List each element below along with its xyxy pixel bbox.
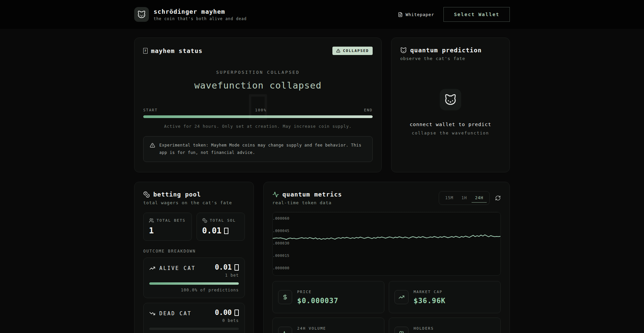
warning-triangle-icon [150,143,155,156]
activity-pulse-icon [272,191,279,198]
top-bar: schrödinger mayhem the coin that's both … [0,0,644,29]
warning-triangle-icon [336,49,340,53]
coins-icon [143,191,150,198]
connect-wallet-cta: connect wallet to predict [410,122,491,127]
price-value: $0.000037 [297,297,338,305]
quantum-metrics-subtitle: real-time token data [272,200,342,205]
refresh-button[interactable] [495,195,501,201]
total-sol-stat: TOTAL SOL 0.01 [197,213,245,241]
dead-cat-outcome: DEAD CAT 0.00 0 bets 0.0% of predictions [143,303,245,333]
alive-cat-progress-bar [149,282,239,285]
progress-caption: Active for 24 hours. Only set at creatio… [143,124,373,129]
coins-icon [202,218,207,223]
sol-symbol-missing-glyph-icon [234,264,239,271]
betting-pool-card: betting pool total wagers on the cat's f… [134,182,254,333]
mayhem-status-card: ? mayhem status COLLAPSED SUPERPOSITION … [134,38,382,172]
market-cap-value: $36.96K [414,297,446,305]
users-icon [149,218,154,223]
sol-symbol-missing-glyph-icon [224,228,228,234]
alive-cat-label: ALIVE CAT [159,265,196,271]
collapsed-status-badge: COLLAPSED [332,47,373,55]
app-tagline: the coin that's both alive and dead [154,16,247,21]
trending-down-icon [149,311,155,317]
quantum-prediction-card: quantum prediction observe the cat's fat… [391,38,510,172]
activity-pulse-icon [278,327,292,333]
holders-tile: HOLDERS 100 [389,318,501,333]
betting-pool-title-text: betting pool [153,191,201,198]
price-chart: 0.000060 0.000045 0.000030 0.000015 0.00… [272,212,501,276]
cat-avatar-icon [440,89,461,110]
range-24h-button[interactable]: 24H [472,193,487,203]
sol-symbol-missing-glyph-icon [234,310,239,316]
volume-tile: 24H VOLUME $41.20 [272,318,384,333]
betting-pool-subtitle: total wagers on the cat's fate [143,200,245,205]
dead-cat-label: DEAD CAT [159,311,192,317]
price-line-series [273,212,500,275]
quantum-prediction-title: quantum prediction [400,47,501,54]
quantum-prediction-title-text: quantum prediction [410,47,482,54]
trending-up-icon [149,265,155,271]
range-15m-button[interactable]: 15M [442,193,457,203]
users-icon [394,327,409,333]
warning-text: Experimental token: Mayhem Mode coins ma… [159,142,366,156]
whitepaper-link[interactable]: Whitepaper [398,12,434,17]
quantum-metrics-card: quantum metrics real-time token data 15M… [263,182,510,333]
mayhem-status-title: ? mayhem status [143,47,203,54]
time-range-selector: 15M 1H 24H [439,191,490,205]
superposition-label: SUPERPOSITION COLLAPSED [143,70,373,75]
connect-wallet-cta-sub: collapse the wavefunction [412,131,489,135]
price-label: PRICE [297,290,338,294]
holders-label: HOLDERS [414,326,434,331]
alive-cat-percent-label: 100.0% of predictions [149,288,239,292]
faint-tofu-watermark [249,94,267,120]
dollar-icon [278,290,292,304]
badge-label: COLLAPSED [343,49,369,53]
wavefunction-headline: wavefunction collapsed [143,80,373,91]
market-cap-tile: MARKET CAP $36.96K [389,281,501,313]
alive-cat-progress-fill [149,282,239,285]
market-cap-label: MARKET CAP [414,290,446,294]
total-sol-label: TOTAL SOL [210,218,236,223]
total-sol-value: 0.01 [202,226,239,235]
alive-cat-outcome: ALIVE CAT 0.01 1 bet 100.0% of predictio… [143,258,245,298]
dead-cat-amount: 0.00 [215,309,239,317]
outcome-breakdown-label: OUTCOME BREAKDOWN [143,249,245,254]
dead-cat-bets: 0 bets [215,318,239,323]
document-icon [398,12,403,17]
alive-cat-amount: 0.01 [215,263,239,271]
trending-up-icon [394,290,409,304]
dead-cat-progress-bar [149,328,239,330]
refresh-icon [495,195,501,201]
total-bets-stat: TOTAL BETS 1 [143,213,192,241]
cat-logo-icon [134,7,149,22]
total-bets-label: TOTAL BETS [157,218,185,223]
brand: schrödinger mayhem the coin that's both … [134,7,247,22]
quantum-prediction-subtitle: observe the cat's fate [400,56,501,61]
cat-icon [400,47,407,54]
progress-end-label: END [364,108,373,112]
alive-cat-bets: 1 bet [215,273,239,278]
app-title: schrödinger mayhem [154,8,247,15]
volume-label: 24H VOLUME [297,326,326,331]
quantum-metrics-title-text: quantum metrics [282,191,342,198]
missing-glyph-icon: ? [143,48,148,54]
mayhem-status-title-text: mayhem status [151,47,203,54]
whitepaper-label: Whitepaper [406,12,434,17]
progress-start-label: START [143,108,158,112]
price-tile: PRICE $0.000037 [272,281,384,313]
select-wallet-button[interactable]: Select Wallet [443,7,510,22]
quantum-metrics-title: quantum metrics [272,191,342,198]
betting-pool-title: betting pool [143,191,245,198]
range-1h-button[interactable]: 1H [458,193,470,203]
total-bets-value: 1 [149,226,186,235]
experimental-warning: Experimental token: Mayhem Mode coins ma… [143,136,373,162]
